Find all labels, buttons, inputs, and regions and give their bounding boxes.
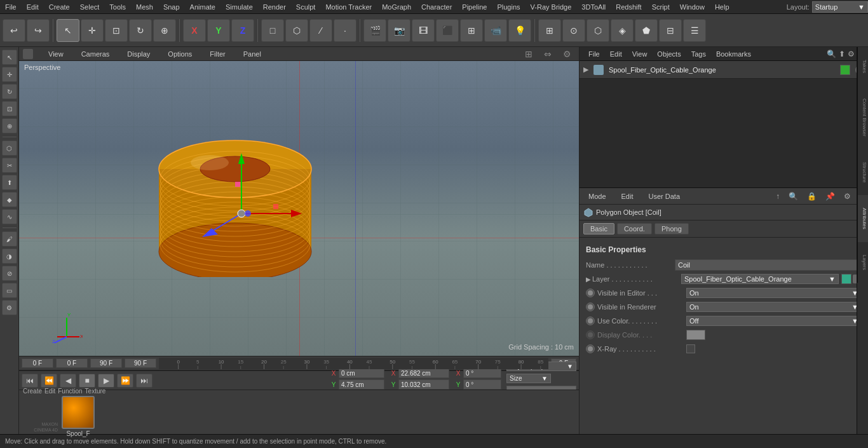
tool-camera[interactable]: ⊕ (2, 118, 17, 133)
render-settings-button[interactable]: ☰ (683, 19, 706, 42)
attr-mode-btn[interactable]: Mode (583, 191, 611, 201)
right-tab-objects[interactable]: Objects (652, 49, 686, 59)
viewport-expand-btn[interactable]: ⊞ (525, 49, 532, 59)
rotate-tool-button[interactable]: ↻ (129, 19, 152, 42)
menu-simulate[interactable]: Simulate (220, 2, 258, 12)
material-thumbnail[interactable] (62, 396, 95, 429)
right-search-btn[interactable]: 🔍 (827, 50, 836, 58)
frame-start-input[interactable]: 0 F (22, 358, 53, 368)
render-to-po[interactable]: ⊞ (460, 19, 483, 42)
size-mode-dropdown[interactable]: Size▼ (506, 374, 551, 383)
object-mode-button[interactable]: □ (261, 19, 284, 42)
menu-mesh[interactable]: Mesh (131, 2, 158, 12)
right-expand-btn[interactable]: ⬆ (839, 50, 845, 58)
tool-rotate[interactable]: ↻ (2, 84, 17, 99)
tool-knife[interactable]: ✂ (2, 158, 17, 173)
snap-button[interactable]: ⊙ (562, 19, 585, 42)
viewport-arrows-btn[interactable]: ⇔ (544, 49, 552, 59)
edge-button[interactable]: ∕ (309, 19, 332, 42)
tool-relax[interactable]: ⊘ (2, 266, 17, 281)
prop-use-color-dropdown[interactable]: Off▼ (686, 316, 862, 326)
tool-bevel[interactable]: ◆ (2, 192, 17, 207)
go-end-button[interactable]: ⏭ (136, 374, 153, 388)
tool-bridge[interactable]: ∿ (2, 209, 17, 224)
render-view-button[interactable]: 🎬 (363, 19, 386, 42)
snap-3d-button[interactable]: ◈ (611, 19, 634, 42)
attr-edit-btn[interactable]: Edit (616, 191, 639, 201)
tool-polygon[interactable]: ⬡ (2, 140, 17, 156)
viewport-settings-btn[interactable]: ⚙ (563, 49, 571, 59)
menu-file[interactable]: File (0, 2, 22, 12)
step-back-button[interactable]: ⏪ (41, 374, 57, 388)
snap-vertex-button[interactable]: ⬟ (635, 19, 658, 42)
bottom-tab-texture[interactable]: Texture (85, 388, 106, 395)
bottom-tab-create[interactable]: Create (23, 388, 42, 395)
tool-settings2[interactable]: ⚙ (2, 300, 17, 315)
menu-character[interactable]: Character (416, 2, 457, 12)
bottom-tab-edit[interactable]: Edit (44, 388, 55, 395)
frame-end-input[interactable]: 90 F (90, 358, 122, 368)
menu-mograph[interactable]: MoGraph (377, 2, 416, 12)
menu-create[interactable]: Create (44, 2, 75, 12)
transform-tool-button[interactable]: ⊕ (153, 19, 176, 42)
menu-redshift[interactable]: Redshift (611, 2, 646, 12)
prop-xray-checkbox[interactable] (686, 344, 695, 353)
point-button[interactable]: · (334, 19, 356, 42)
menu-vray[interactable]: V-Ray Bridge (526, 2, 577, 12)
tool-move[interactable]: ✛ (2, 67, 17, 82)
size-x-input[interactable] (398, 368, 449, 378)
move-tool-button[interactable]: ✛ (81, 19, 104, 42)
tab-coord[interactable]: Coord. (617, 223, 652, 234)
stop-button[interactable]: ■ (79, 374, 95, 388)
redo-button[interactable]: ↪ (27, 19, 50, 42)
menu-script[interactable]: Script (647, 2, 675, 12)
menu-select[interactable]: Select (75, 2, 105, 12)
menu-motion-tracker[interactable]: Motion Tracker (320, 2, 377, 12)
menu-window[interactable]: Window (675, 2, 710, 12)
menu-tools[interactable]: Tools (104, 2, 131, 12)
play-forward-button[interactable]: ▶ (98, 374, 114, 388)
vtab-structure[interactable]: Structure (857, 149, 868, 195)
tool-extrude[interactable]: ⬆ (2, 175, 17, 190)
prop-visible-editor-dropdown[interactable]: On▼ (686, 288, 862, 298)
viewport-panel-menu[interactable]: Panel (238, 49, 266, 59)
vtab-layers[interactable]: Layers (857, 242, 868, 283)
play-back-button[interactable]: ◀ (60, 374, 76, 388)
light-button[interactable]: 💡 (508, 19, 531, 42)
attr-arrow-up-btn[interactable]: ↑ (776, 192, 780, 201)
tool-flatten[interactable]: ▭ (2, 283, 17, 298)
object-expand-arrow[interactable]: ▶ (583, 65, 588, 74)
axis-z-button[interactable]: Z (231, 19, 254, 42)
right-tab-view[interactable]: View (627, 49, 653, 59)
undo-button[interactable]: ↩ (3, 19, 25, 42)
tool-sculpt2[interactable]: ◑ (2, 248, 17, 264)
material-spool[interactable]: Spool_F (62, 396, 95, 437)
tab-phong[interactable]: Phong (654, 223, 689, 234)
workplane-button[interactable]: ⬡ (587, 19, 609, 42)
timeline-ruler[interactable]: 0 5 10 15 20 25 30 35 (159, 358, 548, 369)
attr-lock-btn[interactable]: 🔒 (807, 192, 817, 201)
menu-snap[interactable]: Snap (158, 2, 185, 12)
pos-x-input[interactable] (339, 368, 384, 378)
axis-x-button[interactable]: X (183, 19, 206, 42)
vtab-attributes[interactable]: Attributes (857, 195, 868, 242)
object-color-dot[interactable] (840, 65, 850, 75)
scale-tool-button[interactable]: ⊡ (105, 19, 128, 42)
tab-basic[interactable]: Basic (583, 223, 614, 234)
menu-3dtoall[interactable]: 3DToAll (576, 2, 611, 12)
right-tab-edit[interactable]: Edit (605, 49, 627, 59)
vtab-content-browser[interactable]: Content Browser (857, 86, 868, 149)
attr-search-btn[interactable]: 🔍 (789, 192, 798, 201)
size-y-input[interactable] (398, 379, 449, 390)
right-tab-file[interactable]: File (583, 49, 605, 59)
render-active-button[interactable]: 📷 (388, 19, 410, 42)
axis-y-button[interactable]: Y (207, 19, 230, 42)
right-tab-bookmarks[interactable]: Bookmarks (711, 49, 756, 59)
attr-settings-btn[interactable]: ⚙ (844, 192, 851, 201)
go-start-button[interactable]: ⏮ (22, 374, 38, 388)
camera-button[interactable]: 📹 (484, 19, 507, 42)
menu-edit[interactable]: Edit (22, 2, 44, 12)
frame-offset-input[interactable]: 0 F (56, 358, 88, 368)
viewport-3d[interactable]: Y X Z Perspective Grid Spacing : 10 cm (19, 61, 579, 356)
viewport-view-menu[interactable]: View (43, 49, 69, 59)
